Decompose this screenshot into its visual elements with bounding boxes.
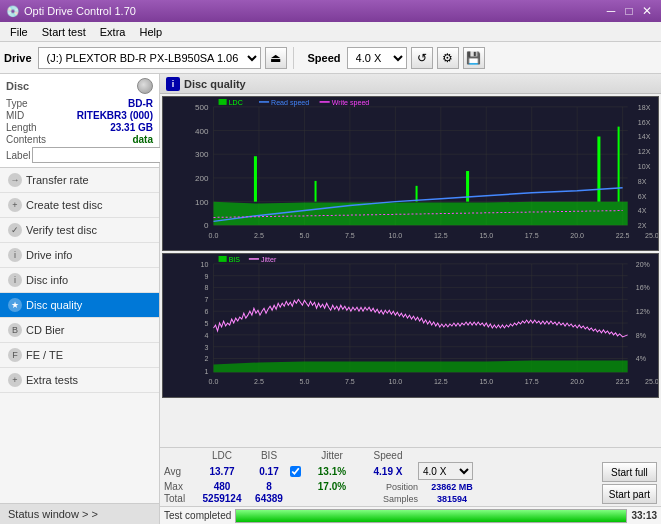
eject-button[interactable]: ⏏ xyxy=(265,47,287,69)
svg-text:2.5: 2.5 xyxy=(254,232,264,239)
type-value: BD-R xyxy=(128,98,153,109)
svg-text:12.5: 12.5 xyxy=(434,378,448,385)
sidebar-item-verify-test-disc[interactable]: ✓ Verify test disc xyxy=(0,218,159,243)
sidebar-item-transfer-rate[interactable]: → Transfer rate xyxy=(0,168,159,193)
settings-button[interactable]: ⚙ xyxy=(437,47,459,69)
menu-help[interactable]: Help xyxy=(133,25,168,39)
toolbar: Drive (J:) PLEXTOR BD-R PX-LB950SA 1.06 … xyxy=(0,42,661,74)
svg-text:6: 6 xyxy=(205,308,209,315)
svg-text:10: 10 xyxy=(201,261,209,268)
status-window-label: Status window > > xyxy=(8,508,98,520)
top-chart: 500 400 300 200 100 0 18X 16X 14X 12X 10… xyxy=(162,96,659,251)
position-label: Position xyxy=(358,482,418,492)
bottom-chart-svg: 10 9 8 7 6 5 4 3 2 1 20% 16% 12% 8% 4% xyxy=(163,254,658,397)
menu-extra[interactable]: Extra xyxy=(94,25,132,39)
disc-type-row: Type BD-R xyxy=(6,98,153,109)
svg-text:Jitter: Jitter xyxy=(261,256,277,263)
svg-text:25.0 GB: 25.0 GB xyxy=(645,378,658,385)
svg-text:15.0: 15.0 xyxy=(479,378,493,385)
svg-rect-49 xyxy=(618,127,620,202)
svg-rect-0 xyxy=(163,97,658,250)
progress-bar-container xyxy=(235,509,627,523)
svg-rect-104 xyxy=(219,256,227,262)
verify-test-disc-icon: ✓ xyxy=(8,223,22,237)
svg-text:1: 1 xyxy=(205,368,209,375)
svg-text:6X: 6X xyxy=(638,193,647,200)
sidebar-item-cd-bier[interactable]: B CD Bier xyxy=(0,318,159,343)
label-input[interactable] xyxy=(32,147,165,163)
sidebar-item-create-test-disc[interactable]: + Create test disc xyxy=(0,193,159,218)
svg-text:8: 8 xyxy=(205,285,209,292)
app-icon: 💿 xyxy=(6,5,20,18)
sidebar-item-drive-info[interactable]: i Drive info xyxy=(0,243,159,268)
disc-quality-icon-header: i xyxy=(166,77,180,91)
samples-value: 381594 xyxy=(418,494,486,504)
svg-text:17.5: 17.5 xyxy=(525,378,539,385)
svg-text:22.5: 22.5 xyxy=(616,378,630,385)
menubar: File Start test Extra Help xyxy=(0,22,661,42)
stats-col-check xyxy=(290,450,306,461)
mid-label: MID xyxy=(6,110,24,121)
stats-col-jitter: Jitter xyxy=(306,450,358,461)
svg-rect-48 xyxy=(597,136,600,201)
disc-label-row: Label ✎ xyxy=(6,147,153,163)
svg-rect-50 xyxy=(219,99,227,105)
svg-text:100: 100 xyxy=(195,198,209,207)
fe-te-icon: F xyxy=(8,348,22,362)
sidebar-item-fe-te[interactable]: F FE / TE xyxy=(0,343,159,368)
create-test-disc-icon: + xyxy=(8,198,22,212)
disc-header: Disc xyxy=(6,78,153,94)
top-chart-svg: 500 400 300 200 100 0 18X 16X 14X 12X 10… xyxy=(163,97,658,250)
save-button[interactable]: 💾 xyxy=(463,47,485,69)
progress-bar-fill xyxy=(236,510,626,522)
nav-items: → Transfer rate + Create test disc ✓ Ver… xyxy=(0,168,159,503)
sidebar-label-cd-bier: CD Bier xyxy=(26,324,65,336)
length-label: Length xyxy=(6,122,37,133)
sidebar-label-disc-info: Disc info xyxy=(26,274,68,286)
svg-text:12X: 12X xyxy=(638,148,651,155)
sidebar-item-disc-quality[interactable]: ★ Disc quality xyxy=(0,293,159,318)
charts-container: 500 400 300 200 100 0 18X 16X 14X 12X 10… xyxy=(160,94,661,447)
svg-text:5.0: 5.0 xyxy=(300,232,310,239)
svg-text:12%: 12% xyxy=(636,308,650,315)
svg-text:0.0: 0.0 xyxy=(209,378,219,385)
titlebar: 💿 Opti Drive Control 1.70 ─ □ ✕ xyxy=(0,0,661,22)
speed-select-stats[interactable]: 4.0 X xyxy=(418,462,473,480)
bottom-status-bar: Test completed 33:13 xyxy=(160,506,661,524)
start-part-button[interactable]: Start part xyxy=(602,484,657,504)
start-full-button[interactable]: Start full xyxy=(602,462,657,482)
menu-start-test[interactable]: Start test xyxy=(36,25,92,39)
jitter-checkbox[interactable] xyxy=(290,466,301,477)
disc-quality-icon: ★ xyxy=(8,298,22,312)
drive-select[interactable]: (J:) PLEXTOR BD-R PX-LB950SA 1.06 xyxy=(38,47,261,69)
window-controls: ─ □ ✕ xyxy=(603,3,655,19)
svg-text:17.5: 17.5 xyxy=(525,232,539,239)
disc-label: Disc xyxy=(6,80,29,92)
avg-ldc: 13.77 xyxy=(196,466,248,477)
svg-rect-44 xyxy=(254,156,257,201)
stats-table: LDC BIS Jitter Speed Avg 13.77 0.17 13.1… xyxy=(164,450,598,504)
svg-text:0.0: 0.0 xyxy=(209,232,219,239)
minimize-button[interactable]: ─ xyxy=(603,3,619,19)
stats-col-bis: BIS xyxy=(248,450,290,461)
drive-label: Drive xyxy=(4,52,32,64)
refresh-button[interactable]: ↺ xyxy=(411,47,433,69)
svg-text:4X: 4X xyxy=(638,208,647,215)
stats-col-ldc: LDC xyxy=(196,450,248,461)
avg-label: Avg xyxy=(164,466,196,477)
sidebar-item-extra-tests[interactable]: + Extra tests xyxy=(0,368,159,393)
svg-text:7.5: 7.5 xyxy=(345,378,355,385)
sidebar-item-disc-info[interactable]: i Disc info xyxy=(0,268,159,293)
total-ldc: 5259124 xyxy=(196,493,248,504)
status-text: Test completed xyxy=(164,510,231,521)
status-window-button[interactable]: Status window > > xyxy=(0,503,159,524)
svg-text:LDC: LDC xyxy=(229,99,243,106)
app-title-bar: 💿 Opti Drive Control 1.70 xyxy=(6,5,136,18)
close-button[interactable]: ✕ xyxy=(639,3,655,19)
maximize-button[interactable]: □ xyxy=(621,3,637,19)
cd-bier-icon: B xyxy=(8,323,22,337)
svg-text:25.0 GB: 25.0 GB xyxy=(645,232,658,239)
speed-select[interactable]: 4.0 X xyxy=(347,47,407,69)
svg-text:7.5: 7.5 xyxy=(345,232,355,239)
menu-file[interactable]: File xyxy=(4,25,34,39)
